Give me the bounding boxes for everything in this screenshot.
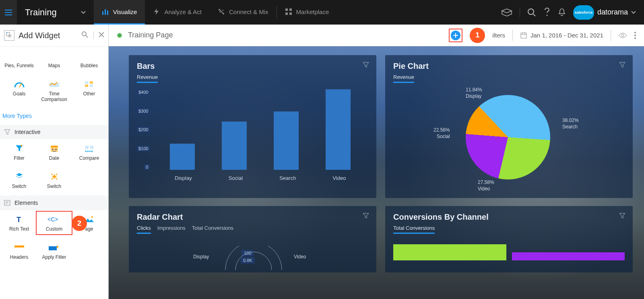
panel-body: Pies, Funnels Maps Bubbles Goals Time Co…	[0, 47, 108, 299]
panel-header: Add Widget	[0, 25, 108, 47]
widget-type-label: Time Comparison	[41, 91, 67, 102]
filter-icon[interactable]	[363, 212, 369, 221]
add-widget-button[interactable]	[451, 31, 460, 40]
page-title: Training Page	[128, 31, 173, 39]
visibility-icon[interactable]	[618, 33, 627, 38]
svg-point-39	[634, 37, 636, 39]
element-headers[interactable]: Headers	[2, 240, 37, 262]
widget-type-label: age	[85, 226, 93, 232]
filter-icon[interactable]	[619, 212, 625, 221]
panel-title: Add Widget	[19, 31, 60, 40]
more-icon[interactable]	[634, 32, 636, 39]
add-widget-panel: Add Widget Pies, Funnels Maps Bubbles Go…	[0, 25, 109, 299]
svg-rect-3	[102, 11, 103, 15]
more-types-button[interactable]: More Types	[0, 109, 108, 125]
date-range-text: Jan 1, 2016 - Dec 31, 2021	[530, 32, 603, 39]
metric-tab[interactable]: Total Conversions	[192, 225, 233, 234]
section-header-elements: Elements	[0, 196, 108, 210]
widget-type-label: Rich Text	[9, 226, 29, 232]
svg-rect-19	[90, 81, 93, 84]
bar-chart: $400$300$200$1000 DisplaySocialSearchVid…	[137, 89, 368, 186]
element-apply-filter[interactable]: Apply Filter	[37, 240, 72, 262]
svg-rect-29	[4, 200, 10, 205]
svg-rect-9	[289, 8, 292, 11]
interactive-compare[interactable]: Compare	[72, 141, 107, 163]
tab-visualize[interactable]: Visualize	[94, 0, 145, 25]
widget-type-bubbles[interactable]: Bubbles	[72, 48, 107, 71]
tab-connect[interactable]: Connect & Mix	[210, 0, 277, 25]
widget-type-pies-funnels[interactable]: Pies, Funnels	[2, 48, 37, 71]
element-rich-text[interactable]: TRich Text	[2, 212, 37, 234]
calendar-icon	[520, 32, 527, 39]
svg-rect-33	[14, 245, 24, 247]
callout-2: 2	[72, 216, 87, 231]
widget-title: Radar Chart	[137, 212, 183, 221]
widget-type-time-comparison[interactable]: Time Comparison	[37, 76, 72, 105]
metric-tab[interactable]: Impressions	[157, 225, 186, 234]
widget-type-label: Pies, Funnels	[4, 63, 34, 68]
widget-type-label: Switch	[12, 184, 26, 189]
pie-chart: 38.02%Search27.58%Video22.56%Social11.84…	[393, 87, 625, 192]
workspace-dropdown[interactable]: Training	[17, 7, 94, 18]
metric-tab[interactable]: Total Conversions	[393, 225, 435, 234]
filter-icon	[4, 129, 10, 135]
svg-rect-11	[289, 12, 292, 15]
interactive-switch-2[interactable]: Switch	[37, 169, 72, 192]
svg-rect-20	[85, 85, 88, 87]
svg-point-25	[52, 149, 53, 150]
nav-right: salesforce datorama	[501, 5, 644, 20]
svg-rect-8	[285, 8, 288, 11]
help-icon[interactable]	[543, 8, 551, 17]
chevron-down-icon[interactable]	[631, 11, 636, 14]
svg-text:T: T	[17, 216, 21, 224]
widget-type-goals[interactable]: Goals	[2, 76, 37, 105]
date-range-picker[interactable]: Jan 1, 2016 - Dec 31, 2021	[520, 32, 603, 39]
widget-type-label: Goals	[13, 91, 25, 97]
brand: salesforce datorama	[573, 5, 636, 20]
svg-rect-28	[90, 146, 93, 149]
widget-title: Conversions By Channel	[393, 212, 489, 221]
close-icon[interactable]	[99, 32, 104, 39]
search-icon[interactable]	[527, 8, 536, 17]
svg-point-26	[55, 149, 56, 150]
metric-tab[interactable]: Revenue	[137, 74, 158, 83]
widget-bars[interactable]: Bars Revenue $400$300$200$1000 DisplaySo…	[129, 55, 376, 198]
widget-type-label: Date	[49, 155, 59, 161]
widget-pie[interactable]: Pie Chart Revenue 38.02%Search27.58%Vide…	[385, 55, 633, 198]
svg-point-37	[634, 32, 636, 33]
widget-type-label: Bubbles	[80, 63, 98, 68]
bell-icon[interactable]	[558, 8, 566, 17]
metric-tab[interactable]: Clicks	[137, 225, 151, 234]
section-label: Interactive	[14, 129, 41, 135]
menu-button[interactable]	[0, 0, 17, 25]
tab-marketplace[interactable]: Marketplace	[277, 0, 337, 25]
widget-type-maps[interactable]: Maps	[37, 48, 72, 71]
widget-conversions[interactable]: Conversions By Channel Total Conversions	[385, 206, 633, 272]
widget-type-label: Maps	[48, 63, 60, 68]
widget-title: Pie Chart	[393, 62, 429, 70]
interactive-switch[interactable]: Switch	[2, 169, 37, 192]
status-dot	[117, 33, 122, 38]
section-label: Elements	[14, 200, 38, 206]
interactive-filter[interactable]: Filter	[2, 141, 37, 163]
widget-radar[interactable]: Radar Chart Clicks Impressions Total Con…	[129, 206, 376, 272]
search-icon[interactable]	[81, 31, 89, 40]
box-icon[interactable]	[501, 8, 512, 17]
element-custom[interactable]: <C>Custom	[37, 212, 72, 234]
svg-point-38	[634, 35, 636, 36]
filters-label[interactable]: ilters	[492, 32, 505, 39]
filter-icon[interactable]	[619, 62, 625, 70]
filter-icon[interactable]	[363, 62, 369, 70]
metric-tab[interactable]: Revenue	[393, 74, 414, 83]
widget-type-other[interactable]: Other	[72, 76, 107, 105]
grid-icon	[285, 8, 292, 15]
svg-rect-21	[90, 85, 93, 87]
divider	[611, 30, 611, 41]
svg-rect-2	[5, 14, 12, 15]
tab-analyze[interactable]: Analyze & Act	[145, 0, 210, 25]
interactive-date[interactable]: Date	[37, 141, 72, 163]
svg-text:<C>: <C>	[47, 216, 58, 223]
section-header-interactive: Interactive	[0, 125, 108, 139]
salesforce-cloud-icon: salesforce	[573, 5, 594, 20]
svg-rect-4	[105, 9, 106, 15]
